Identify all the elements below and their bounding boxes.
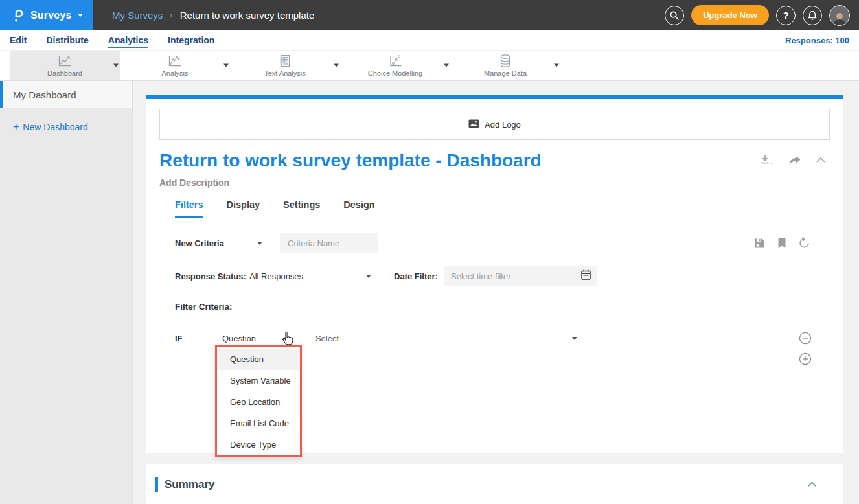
summary-accent-bar [155,477,158,492]
upgrade-now-button[interactable]: Upgrade Now [691,5,769,25]
chevron-down-icon [78,14,83,17]
nav-item-analytics[interactable]: Analytics [108,35,148,45]
card-accent-bar [146,95,843,99]
chevron-down-icon[interactable] [444,64,449,67]
toolbar-item-choice-modelling[interactable]: Choice Modelling [340,51,450,80]
dashboard-settings-card: Add Logo Return to work survey template … [146,95,843,453]
condition-select-value: - Select - [310,334,344,343]
add-logo-button[interactable]: Add Logo [159,109,830,140]
menu-item-system-variable[interactable]: System Variable [217,370,300,391]
analytics-toolbar: Dashboard Analysis Text Analysis Choice … [0,50,859,81]
summary-collapse-chevron-icon[interactable] [807,481,817,487]
summary-title: Summary [165,478,214,491]
reset-icon[interactable] [799,237,810,249]
nav-item-distribute[interactable]: Distribute [46,35,88,45]
toolbar-item-dashboard[interactable]: Dashboard [10,51,120,80]
chevron-down-icon [366,275,371,278]
chevron-down-icon [257,242,262,245]
header-actions: Upgrade Now ? [665,0,859,30]
response-status-dropdown[interactable]: All Responses [249,271,371,281]
scatter-chart-icon [387,54,403,68]
chevron-down-icon[interactable] [223,64,229,67]
filter-criteria-label: Filter Criteria: [175,302,233,312]
menu-item-geo-location[interactable]: Geo Location [217,391,300,413]
response-status-value: All Responses [249,271,303,281]
toolbar-item-analysis[interactable]: Analysis [120,51,230,80]
nav-item-integration[interactable]: Integration [168,35,214,45]
sidebar-item-label: My Dashboard [13,89,76,100]
product-label: Surveys [30,10,72,21]
line-chart-icon [56,54,73,68]
chevron-down-icon[interactable] [334,64,339,67]
dashboard-title[interactable]: Return to work survey template - Dashboa… [159,150,542,171]
toolbar-item-manage-data[interactable]: Manage Data [450,51,560,80]
sidebar-item-my-dashboard[interactable]: My Dashboard [0,81,132,108]
tab-design[interactable]: Design [343,200,374,218]
response-status-label: Response Status: [175,271,249,281]
condition-type-menu: Question System Variable Geo Location Em… [215,345,302,457]
line-chart-icon [166,54,183,68]
database-icon [498,54,512,68]
settings-tabs: Filters Display Settings Design [159,200,830,218]
search-icon[interactable] [665,6,684,25]
calendar-icon [581,269,591,282]
notifications-bell-icon[interactable] [803,6,822,25]
menu-item-email-list-code[interactable]: Email List Code [217,413,300,434]
nav-item-edit[interactable]: Edit [10,35,27,45]
save-icon[interactable] [754,238,765,249]
new-dashboard-label: New Dashboard [23,122,87,132]
add-description-button[interactable]: Add Description [159,178,830,188]
toolbar-item-label: Text Analysis [264,69,306,77]
chevron-down-icon[interactable] [113,64,119,67]
date-filter-label: Date Filter: [394,271,444,281]
chevron-down-icon [572,337,577,340]
new-dashboard-button[interactable]: + New Dashboard [13,121,132,133]
share-icon[interactable] [788,155,801,166]
toolbar-item-label: Manage Data [484,69,527,77]
pointer-cursor-icon [281,331,295,349]
condition-type-dropdown[interactable]: Question [222,334,287,343]
toolbar-item-text-analysis[interactable]: Text Analysis [230,51,340,80]
survey-nav: Edit Distribute Analytics Integration Re… [0,30,859,50]
date-filter-input[interactable] [451,271,581,281]
bookmark-icon[interactable] [777,238,786,249]
toolbar-item-label: Choice Modelling [368,69,422,77]
add-criteria-icon[interactable] [799,352,812,365]
chevron-down-icon[interactable] [554,64,559,67]
user-avatar[interactable] [829,5,850,26]
plus-icon: + [13,121,19,133]
download-icon[interactable] [760,154,774,166]
new-criteria-value: New Criteria [175,238,224,248]
dashboard-sidebar: My Dashboard + New Dashboard [0,81,133,504]
add-logo-label: Add Logo [485,120,521,130]
top-header: Surveys My Surveys › Return to work surv… [0,0,859,30]
questionpro-logo-icon [13,8,25,23]
toolbar-item-label: Dashboard [47,69,82,77]
toolbar-item-label: Analysis [162,69,189,77]
responses-count[interactable]: Responses: 100 [785,36,849,45]
menu-item-question[interactable]: Question [217,349,300,370]
condition-question-select[interactable]: - Select - [310,334,577,343]
remove-criteria-icon[interactable] [799,332,812,345]
tab-settings[interactable]: Settings [283,200,320,218]
if-label: IF [175,334,222,343]
collapse-chevron-up-icon[interactable] [816,157,826,163]
breadcrumb-my-surveys[interactable]: My Surveys [112,10,163,21]
breadcrumb-survey-title: Return to work survey template [180,10,315,21]
product-switcher[interactable]: Surveys [0,0,93,30]
image-icon [468,119,479,130]
tab-display[interactable]: Display [227,200,260,218]
dashboard-content: Add Logo Return to work survey template … [133,81,859,504]
summary-section: Summary [146,464,843,504]
divider [159,321,830,321]
tab-filters[interactable]: Filters [175,200,203,218]
new-criteria-dropdown[interactable]: New Criteria [175,238,262,248]
breadcrumb: My Surveys › Return to work survey templ… [112,0,314,30]
condition-type-value: Question [222,334,256,343]
help-icon[interactable]: ? [776,6,796,25]
criteria-name-input[interactable] [280,233,378,253]
document-table-icon [278,54,292,68]
menu-item-device-type[interactable]: Device Type [217,434,300,455]
breadcrumb-separator: › [170,10,172,20]
date-filter-field[interactable] [444,266,597,286]
